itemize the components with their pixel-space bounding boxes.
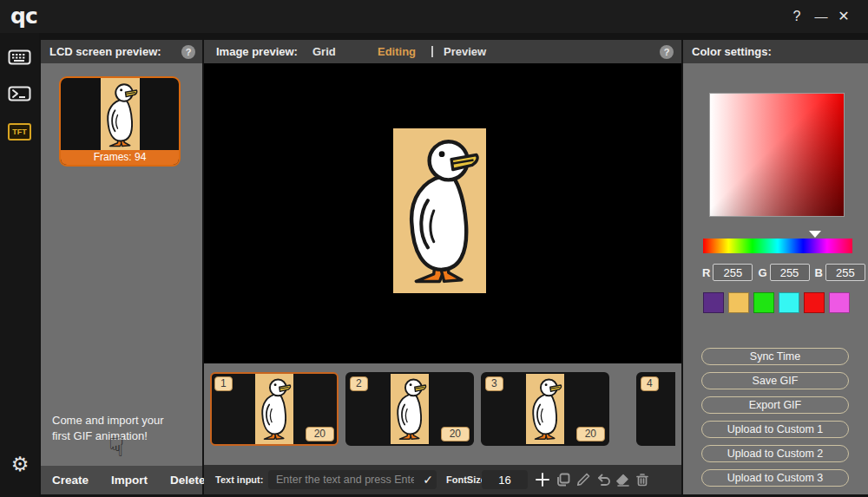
color-panel-buttons: Sync Time Save GIF Export GIF Upload to …: [701, 348, 849, 487]
tft-tab[interactable]: TFT: [8, 123, 31, 141]
image-preview-panel: Image preview: Grid Editing Preview ? 1 …: [204, 40, 681, 494]
color-settings-panel: Color settings: R G B Sync Time Save GIF…: [683, 40, 868, 494]
close-button[interactable]: ✕: [833, 0, 854, 33]
frame-filmstrip: 1 20 2 20 3 20 4: [204, 363, 675, 465]
hint-line-1: Come and import your: [52, 413, 164, 428]
swatch-purple[interactable]: [703, 292, 724, 313]
terminal-icon[interactable]: [8, 85, 31, 102]
upload-custom-1-button[interactable]: Upload to Custom 1: [701, 421, 849, 438]
create-button[interactable]: Create: [52, 474, 89, 487]
editing-canvas[interactable]: [204, 63, 681, 363]
frame-duration-badge: 20: [441, 427, 470, 441]
g-input[interactable]: [770, 264, 810, 281]
titlebar-help-button[interactable]: ?: [786, 0, 807, 33]
settings-gear-icon[interactable]: ⚙: [7, 451, 33, 477]
upload-custom-3-button[interactable]: Upload to Custom 3: [701, 469, 849, 487]
import-button[interactable]: Import: [111, 474, 148, 487]
swatch-green[interactable]: [753, 292, 774, 313]
fontsize-label: FontSize: [446, 474, 486, 485]
rgb-inputs-row: R G B: [702, 264, 850, 281]
preset-swatches: [703, 292, 850, 313]
pointing-hand-icon: ☟: [108, 432, 124, 462]
titlebar: qc ? — ✕: [0, 0, 868, 33]
frame-number-badge: 2: [350, 376, 368, 391]
duck-thumbnail: [391, 374, 429, 444]
image-panel-title: Image preview:: [216, 40, 298, 63]
hue-slider-marker[interactable]: [809, 231, 821, 238]
lcd-help-icon[interactable]: ?: [181, 45, 195, 59]
swatch-cyan[interactable]: [779, 292, 799, 313]
trash-icon[interactable]: [635, 472, 650, 487]
lcd-preview-panel: LCD screen preview: ? Frames: 94 Come an…: [41, 40, 202, 494]
duck-thumbnail: [101, 78, 140, 152]
save-gif-button[interactable]: Save GIF: [701, 372, 849, 389]
frame-number-badge: 3: [485, 376, 503, 391]
r-label: R: [702, 266, 710, 279]
lcd-panel-title: LCD screen preview:: [41, 40, 202, 63]
image-help-icon[interactable]: ?: [660, 45, 674, 59]
lcd-actions-bar: Create Import Delete: [41, 466, 202, 494]
color-panel-title: Color settings:: [683, 40, 868, 63]
frame-duration-badge: 20: [576, 427, 605, 441]
frame-thumbnail-2[interactable]: 2 20: [345, 372, 474, 446]
b-label: B: [815, 266, 823, 279]
sync-time-button[interactable]: Sync Time: [701, 348, 849, 365]
text-input-bar: Text input: ✓ FontSize: [204, 465, 681, 494]
r-input[interactable]: [713, 264, 753, 281]
frame-thumbnail-4[interactable]: 4: [636, 372, 675, 446]
text-input[interactable]: [268, 470, 437, 489]
swatch-red[interactable]: [804, 292, 825, 313]
tab-editing[interactable]: Editing: [378, 40, 416, 63]
app-window: qc ? — ✕ TFT ⚙ LCD screen preview: ?: [0, 0, 868, 497]
export-gif-button[interactable]: Export GIF: [701, 396, 849, 414]
duck-thumbnail: [255, 374, 293, 444]
frame-number-badge: 1: [214, 376, 233, 391]
frame-thumbnail-3[interactable]: 3 20: [481, 372, 609, 446]
text-input-label: Text input:: [215, 474, 263, 485]
tab-grid[interactable]: Grid: [312, 40, 336, 63]
keyboard-icon[interactable]: [8, 49, 31, 66]
b-input[interactable]: [825, 264, 865, 281]
current-frame-image: [393, 128, 486, 293]
tab-divider: [431, 46, 433, 57]
hue-slider[interactable]: [703, 239, 852, 253]
confirm-text-icon[interactable]: ✓: [420, 469, 436, 490]
swatch-amber[interactable]: [728, 292, 749, 313]
fontsize-input[interactable]: [482, 470, 528, 489]
add-icon[interactable]: [535, 472, 550, 487]
frames-count-badge: Frames: 94: [61, 150, 179, 165]
duplicate-icon[interactable]: [556, 472, 571, 487]
undo-icon[interactable]: [595, 472, 611, 487]
saturation-value-picker[interactable]: [709, 93, 845, 217]
minimize-button[interactable]: —: [811, 0, 832, 33]
app-logo: qc: [10, 3, 37, 29]
frame-duration-badge: 20: [306, 427, 334, 441]
frame-thumbnail-1[interactable]: 1 20: [210, 372, 339, 446]
lcd-animation-thumbnail[interactable]: Frames: 94: [59, 76, 181, 167]
delete-button[interactable]: Delete: [170, 474, 206, 487]
duck-thumbnail: [526, 374, 564, 444]
swatch-magenta[interactable]: [829, 292, 850, 313]
edit-pencil-icon[interactable]: [575, 472, 591, 487]
sidebar: TFT ⚙: [0, 33, 39, 497]
frame-number-badge: 4: [641, 376, 659, 391]
tab-preview[interactable]: Preview: [444, 40, 486, 63]
g-label: G: [758, 266, 766, 279]
eraser-icon[interactable]: [615, 472, 630, 487]
upload-custom-2-button[interactable]: Upload to Custom 2: [701, 445, 849, 462]
